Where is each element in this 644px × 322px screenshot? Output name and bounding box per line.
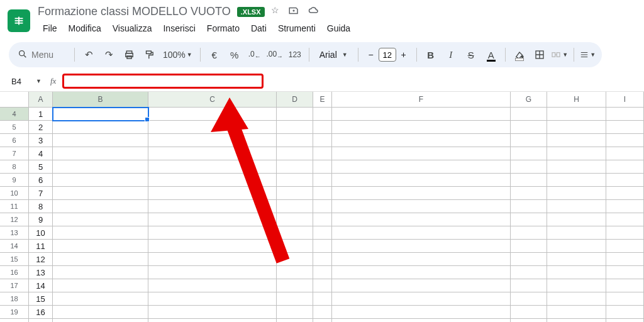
row-header-11[interactable]: 11 bbox=[0, 200, 29, 213]
cell-I9[interactable] bbox=[606, 174, 644, 187]
cell-D9[interactable] bbox=[277, 174, 313, 187]
font-size-control[interactable]: − + bbox=[364, 48, 411, 62]
cell-G12[interactable] bbox=[511, 213, 547, 226]
cell-D8[interactable] bbox=[277, 160, 313, 174]
column-header-H[interactable]: H bbox=[547, 92, 606, 107]
cell-C16[interactable] bbox=[148, 266, 277, 279]
cell-I7[interactable] bbox=[606, 147, 644, 160]
row-header-4[interactable]: 4 bbox=[0, 108, 29, 121]
cell-D7[interactable] bbox=[277, 147, 313, 160]
cell-E13[interactable] bbox=[313, 226, 332, 240]
column-header-A[interactable]: A bbox=[29, 92, 53, 107]
cell-E12[interactable] bbox=[313, 213, 332, 226]
cell-H10[interactable] bbox=[547, 187, 606, 200]
cell-I12[interactable] bbox=[606, 213, 644, 226]
document-title[interactable]: Formazione classi MODELLO VUOTO bbox=[38, 5, 231, 18]
decrease-decimal-button[interactable]: .0← bbox=[246, 46, 264, 64]
cell-A20[interactable]: 17 bbox=[29, 319, 53, 322]
row-header-9[interactable]: 9 bbox=[0, 174, 29, 187]
cell-E16[interactable] bbox=[313, 266, 332, 279]
cell-A9[interactable]: 6 bbox=[29, 174, 53, 187]
cell-D6[interactable] bbox=[277, 134, 313, 147]
cloud-icon[interactable] bbox=[308, 5, 319, 18]
cell-I6[interactable] bbox=[606, 134, 644, 147]
cell-F12[interactable] bbox=[332, 213, 511, 226]
cell-E11[interactable] bbox=[313, 200, 332, 213]
undo-button[interactable]: ↶ bbox=[80, 46, 97, 64]
cell-F11[interactable] bbox=[332, 200, 511, 213]
cell-E14[interactable] bbox=[313, 240, 332, 253]
cell-G19[interactable] bbox=[511, 306, 547, 319]
row-header-5[interactable]: 5 bbox=[0, 121, 29, 134]
cell-E6[interactable] bbox=[313, 134, 332, 147]
row-header-13[interactable]: 13 bbox=[0, 226, 29, 240]
cell-I19[interactable] bbox=[606, 306, 644, 319]
cell-F18[interactable] bbox=[332, 292, 511, 306]
text-color-button[interactable]: A bbox=[482, 46, 500, 64]
cell-A10[interactable]: 7 bbox=[29, 187, 53, 200]
cell-G20[interactable] bbox=[511, 319, 547, 322]
increase-decimal-button[interactable]: .00→ bbox=[266, 46, 284, 64]
cell-I13[interactable] bbox=[606, 226, 644, 240]
cell-C13[interactable] bbox=[148, 226, 277, 240]
spreadsheet-grid[interactable]: ABCDEFGHI 415263748596107118129131014111… bbox=[0, 92, 644, 322]
cell-C20[interactable] bbox=[148, 319, 277, 322]
cell-C15[interactable] bbox=[148, 253, 277, 266]
cell-E4[interactable] bbox=[313, 108, 332, 121]
decrease-font-button[interactable]: − bbox=[364, 48, 379, 62]
cell-G13[interactable] bbox=[511, 226, 547, 240]
cell-D19[interactable] bbox=[277, 306, 313, 319]
cell-F8[interactable] bbox=[332, 160, 511, 174]
cell-C14[interactable] bbox=[148, 240, 277, 253]
cell-G7[interactable] bbox=[511, 147, 547, 160]
cell-C8[interactable] bbox=[148, 160, 277, 174]
cell-B16[interactable] bbox=[53, 266, 148, 279]
cell-G8[interactable] bbox=[511, 160, 547, 174]
align-button[interactable]: ▼ bbox=[579, 46, 597, 64]
cell-G14[interactable] bbox=[511, 240, 547, 253]
cell-E20[interactable] bbox=[313, 319, 332, 322]
cell-F5[interactable] bbox=[332, 121, 511, 134]
cell-B20[interactable] bbox=[53, 319, 148, 322]
select-all-corner[interactable] bbox=[0, 92, 29, 107]
cell-I11[interactable] bbox=[606, 200, 644, 213]
cell-A18[interactable]: 15 bbox=[29, 292, 53, 306]
row-header-12[interactable]: 12 bbox=[0, 213, 29, 226]
formula-bar[interactable] bbox=[62, 74, 264, 89]
cell-I15[interactable] bbox=[606, 253, 644, 266]
cell-H16[interactable] bbox=[547, 266, 606, 279]
currency-button[interactable]: € bbox=[206, 46, 223, 64]
cell-H17[interactable] bbox=[547, 279, 606, 292]
cell-G17[interactable] bbox=[511, 279, 547, 292]
italic-button[interactable]: I bbox=[442, 46, 460, 64]
row-header-7[interactable]: 7 bbox=[0, 147, 29, 160]
cell-A7[interactable]: 4 bbox=[29, 147, 53, 160]
cell-D11[interactable] bbox=[277, 200, 313, 213]
cell-B15[interactable] bbox=[53, 253, 148, 266]
column-header-G[interactable]: G bbox=[511, 92, 547, 107]
cell-G4[interactable] bbox=[511, 108, 547, 121]
cell-E8[interactable] bbox=[313, 160, 332, 174]
paint-format-button[interactable] bbox=[140, 46, 158, 64]
cell-H7[interactable] bbox=[547, 147, 606, 160]
name-box[interactable]: B4▼ bbox=[9, 75, 44, 88]
cell-F4[interactable] bbox=[332, 108, 511, 121]
cell-F6[interactable] bbox=[332, 134, 511, 147]
cell-B8[interactable] bbox=[53, 160, 148, 174]
increase-font-button[interactable]: + bbox=[396, 48, 411, 62]
cell-A8[interactable]: 5 bbox=[29, 160, 53, 174]
borders-button[interactable] bbox=[531, 46, 548, 64]
row-header-6[interactable]: 6 bbox=[0, 134, 29, 147]
cell-G9[interactable] bbox=[511, 174, 547, 187]
cell-D15[interactable] bbox=[277, 253, 313, 266]
cell-H15[interactable] bbox=[547, 253, 606, 266]
cell-C10[interactable] bbox=[148, 187, 277, 200]
column-header-F[interactable]: F bbox=[332, 92, 511, 107]
cell-I14[interactable] bbox=[606, 240, 644, 253]
row-header-10[interactable]: 10 bbox=[0, 187, 29, 200]
cell-C11[interactable] bbox=[148, 200, 277, 213]
cell-B14[interactable] bbox=[53, 240, 148, 253]
font-size-input[interactable] bbox=[379, 48, 396, 62]
column-header-E[interactable]: E bbox=[313, 92, 332, 107]
cell-H4[interactable] bbox=[547, 108, 606, 121]
